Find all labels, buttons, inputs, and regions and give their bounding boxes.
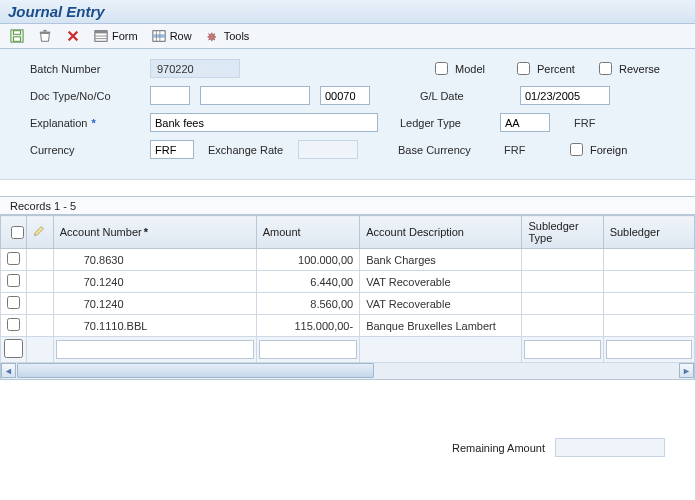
- model-checkbox[interactable]: Model: [431, 59, 513, 78]
- row-menu[interactable]: Row: [150, 28, 194, 44]
- remaining-amount-value: [555, 438, 665, 457]
- svg-rect-1: [14, 31, 21, 35]
- row-account-number[interactable]: 70.1240: [53, 271, 256, 293]
- grid-horizontal-scrollbar[interactable]: ◄ ►: [0, 363, 695, 380]
- col-subledger[interactable]: Subledger: [603, 216, 694, 249]
- table-row[interactable]: 70.12406.440,00VAT Recoverable: [1, 271, 695, 293]
- row-amount[interactable]: 115.000,00-: [256, 315, 359, 337]
- model-checkbox-label: Model: [455, 63, 485, 75]
- table-input-row[interactable]: [1, 337, 695, 363]
- header-edit-icon[interactable]: [27, 216, 53, 249]
- gl-date-input[interactable]: [520, 86, 610, 105]
- delete-button[interactable]: [36, 28, 54, 44]
- col-account-number[interactable]: Account Number*: [53, 216, 256, 249]
- exchange-rate-input[interactable]: [298, 140, 358, 159]
- currency-input[interactable]: [150, 140, 194, 159]
- row-select[interactable]: [1, 337, 27, 363]
- svg-rect-6: [95, 31, 107, 34]
- exchange-rate-label: Exchange Rate: [208, 144, 298, 156]
- row-subledger[interactable]: [603, 315, 694, 337]
- row-subledger-type[interactable]: [522, 271, 603, 293]
- table-row[interactable]: 70.12408.560,00VAT Recoverable: [1, 293, 695, 315]
- close-icon: [66, 29, 80, 43]
- col-amount[interactable]: Amount: [256, 216, 359, 249]
- row-menu-label: Row: [170, 30, 192, 42]
- currency-label: Currency: [30, 144, 150, 156]
- input-amount[interactable]: [256, 337, 359, 363]
- svg-rect-3: [40, 32, 51, 34]
- scroll-left-arrow[interactable]: ◄: [1, 363, 16, 378]
- reverse-checkbox[interactable]: Reverse: [595, 59, 677, 78]
- input-account-description: [360, 337, 522, 363]
- row-subledger-type[interactable]: [522, 293, 603, 315]
- trash-icon: [38, 29, 52, 43]
- percent-checkbox[interactable]: Percent: [513, 59, 595, 78]
- row-edit-cell: [27, 337, 53, 363]
- col-account-description[interactable]: Account Description: [360, 216, 522, 249]
- doc-type-label: Doc Type/No/Co: [30, 90, 150, 102]
- row-subledger[interactable]: [603, 249, 694, 271]
- svg-rect-10: [153, 34, 165, 38]
- row-select[interactable]: [1, 249, 27, 271]
- row-amount[interactable]: 8.560,00: [256, 293, 359, 315]
- row-edit-cell: [27, 249, 53, 271]
- gl-date-label: G/L Date: [420, 90, 520, 102]
- grid: Records 1 - 5 Account Number* Amount Acc…: [0, 196, 695, 380]
- row-select[interactable]: [1, 315, 27, 337]
- doc-co-input[interactable]: [320, 86, 370, 105]
- row-account-description: Banque Bruxelles Lambert: [360, 315, 522, 337]
- tools-menu-label: Tools: [224, 30, 250, 42]
- row-account-description: VAT Recoverable: [360, 271, 522, 293]
- row-subledger-type[interactable]: [522, 315, 603, 337]
- table-row[interactable]: 70.8630100.000,00Bank Charges: [1, 249, 695, 271]
- cancel-button[interactable]: [64, 28, 82, 44]
- save-button[interactable]: [8, 28, 26, 44]
- row-amount[interactable]: 100.000,00: [256, 249, 359, 271]
- row-account-description: VAT Recoverable: [360, 293, 522, 315]
- toolbar: Form Row Tools: [0, 24, 695, 49]
- base-currency-value: FRF: [498, 140, 538, 159]
- batch-number-value: 970220: [150, 59, 240, 78]
- tools-icon: [206, 29, 220, 43]
- doc-type-input[interactable]: [150, 86, 190, 105]
- doc-no-input[interactable]: [200, 86, 310, 105]
- input-subledger[interactable]: [603, 337, 694, 363]
- reverse-checkbox-label: Reverse: [619, 63, 660, 75]
- scroll-thumb[interactable]: [17, 363, 374, 378]
- row-amount[interactable]: 6.440,00: [256, 271, 359, 293]
- foreign-checkbox-label: Foreign: [590, 144, 627, 156]
- header-form: Batch Number 970220 Model Percent Revers…: [0, 49, 695, 180]
- foreign-checkbox[interactable]: Foreign: [566, 140, 627, 159]
- row-select[interactable]: [1, 293, 27, 315]
- pencil-icon: [33, 225, 45, 237]
- row-select[interactable]: [1, 271, 27, 293]
- row-edit-cell: [27, 315, 53, 337]
- base-currency-label: Base Currency: [398, 144, 498, 156]
- row-edit-cell: [27, 271, 53, 293]
- page-title: Journal Entry: [0, 0, 695, 24]
- row-account-number[interactable]: 70.8630: [53, 249, 256, 271]
- input-account-number[interactable]: [53, 337, 256, 363]
- footer: Remaining Amount: [0, 438, 695, 457]
- svg-rect-2: [14, 37, 21, 41]
- form-menu-label: Form: [112, 30, 138, 42]
- row-edit-cell: [27, 293, 53, 315]
- row-subledger[interactable]: [603, 271, 694, 293]
- row-subledger[interactable]: [603, 293, 694, 315]
- tools-menu[interactable]: Tools: [204, 28, 252, 44]
- percent-checkbox-label: Percent: [537, 63, 575, 75]
- explanation-input[interactable]: [150, 113, 378, 132]
- row-account-number[interactable]: 70.1240: [53, 293, 256, 315]
- input-subledger-type[interactable]: [522, 337, 603, 363]
- col-subledger-type[interactable]: Subledger Type: [522, 216, 603, 249]
- row-account-number[interactable]: 70.1110.BBL: [53, 315, 256, 337]
- form-icon: [94, 29, 108, 43]
- table-row[interactable]: 70.1110.BBL115.000,00-Banque Bruxelles L…: [1, 315, 695, 337]
- form-menu[interactable]: Form: [92, 28, 140, 44]
- ledger-type-input[interactable]: [500, 113, 550, 132]
- scroll-right-arrow[interactable]: ►: [679, 363, 694, 378]
- row-subledger-type[interactable]: [522, 249, 603, 271]
- explanation-label: Explanation*: [30, 117, 150, 129]
- row-account-description: Bank Charges: [360, 249, 522, 271]
- header-select-all[interactable]: [1, 216, 27, 249]
